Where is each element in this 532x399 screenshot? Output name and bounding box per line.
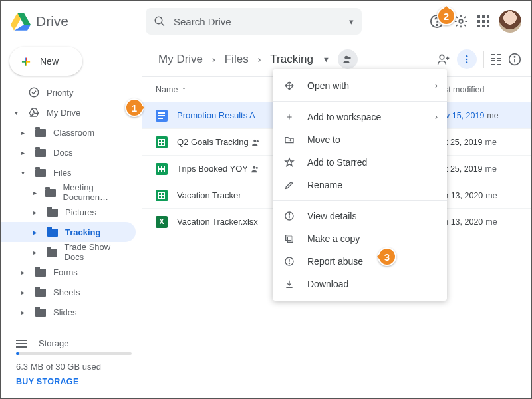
column-header-date[interactable]: Last modified	[435, 85, 520, 94]
menu-move-to[interactable]: Move to	[273, 128, 447, 151]
sidebar-item-label: My Drive	[47, 108, 80, 118]
chevron-right-icon: ›	[211, 54, 217, 65]
new-button[interactable]: ＋ New	[9, 47, 82, 76]
menu-make-copy[interactable]: Make a copy	[273, 227, 447, 250]
copy-icon	[283, 233, 295, 245]
product-name: Drive	[36, 13, 68, 29]
menu-view-details[interactable]: View details	[273, 205, 447, 227]
callout-3: 3	[378, 247, 396, 266]
svg-point-5	[29, 88, 39, 97]
chevron-right-icon[interactable]: ▸	[21, 289, 28, 296]
sidebar-item-sheets[interactable]: ▸Sheets	[1, 282, 136, 302]
svg-point-23	[289, 213, 289, 214]
folder-icon	[35, 168, 47, 177]
apps-grid-icon[interactable]	[477, 15, 489, 27]
menu-add-starred[interactable]: Add to Starred	[273, 151, 447, 174]
file-name: Promotion Results A	[177, 110, 255, 120]
shared-with-icon[interactable]	[338, 49, 358, 69]
sidebar-item-classroom[interactable]: ▸Classroom	[1, 122, 136, 142]
menu-download[interactable]: Download	[273, 273, 447, 295]
sidebar-item-my-drive[interactable]: ▾ My Drive	[1, 102, 136, 122]
drive-logo-icon	[11, 11, 31, 31]
file-owner: me	[487, 111, 498, 120]
sidebar-item-slides[interactable]: ▸Slides	[1, 302, 136, 322]
breadcrumb-files[interactable]: Files	[221, 50, 253, 68]
chevron-down-icon[interactable]: ▾	[15, 109, 21, 116]
chevron-right-icon[interactable]: ▸	[21, 269, 28, 276]
svg-point-28	[289, 263, 289, 263]
docs-file-icon	[156, 110, 168, 122]
context-menu: Open with› ＋Add to workspace› Move to Ad…	[273, 69, 447, 301]
file-owner: me	[485, 191, 497, 200]
sidebar-item-pictures[interactable]: ▸Pictures	[1, 202, 136, 222]
file-name: Q2 Goals Tracking	[177, 137, 249, 147]
sheets-file-icon	[156, 190, 168, 201]
folder-icon	[35, 287, 47, 297]
chevron-down-icon[interactable]: ▼	[323, 55, 330, 63]
storage-icon	[16, 340, 27, 348]
svg-point-18	[256, 140, 258, 142]
menu-add-workspace[interactable]: ＋Add to workspace›	[273, 106, 447, 128]
breadcrumb-my-drive[interactable]: My Drive	[154, 50, 207, 68]
sidebar-item-docs[interactable]: ▸Docs	[1, 142, 136, 162]
menu-open-with[interactable]: Open with›	[273, 74, 447, 97]
menu-report-abuse[interactable]: Report abuse	[273, 250, 447, 273]
sidebar: ＋ New Priority ▾ My Drive ▸Classroom ▸Do…	[1, 41, 142, 398]
sidebar-item-files[interactable]: ▾Files	[1, 162, 136, 182]
chevron-right-icon[interactable]: ▸	[21, 309, 28, 316]
sidebar-item-forms[interactable]: ▸Forms	[1, 262, 136, 282]
sort-asc-icon: ↑	[182, 85, 186, 94]
share-button[interactable]	[437, 53, 450, 66]
chevron-right-icon[interactable]: ▸	[21, 149, 28, 156]
sidebar-item-label: Pictures	[65, 207, 96, 217]
menu-rename[interactable]: Rename	[273, 174, 447, 196]
svg-point-12	[466, 58, 468, 60]
sidebar-item-trade-show-docs[interactable]: ▸Trade Show Docs	[1, 242, 136, 262]
svg-point-4	[459, 19, 463, 23]
svg-point-11	[466, 55, 468, 57]
sidebar-item-tracking[interactable]: ▸Tracking	[1, 222, 136, 242]
shared-icon	[251, 138, 261, 147]
buy-storage-link[interactable]: BUY STORAGE	[16, 377, 132, 386]
chevron-right-icon[interactable]: ▸	[33, 189, 39, 196]
excel-file-icon: X	[156, 216, 168, 228]
sidebar-item-label: Files	[53, 168, 71, 178]
plus-icon: ＋	[19, 51, 33, 71]
chevron-right-icon[interactable]: ▸	[33, 229, 40, 236]
sidebar-item-label: Meeting Documen…	[63, 182, 129, 202]
sidebar-item-label: Classroom	[53, 128, 94, 138]
info-button[interactable]	[508, 53, 521, 66]
svg-point-17	[253, 139, 256, 142]
search-dropdown-icon[interactable]: ▾	[349, 17, 354, 27]
svg-point-6	[344, 55, 348, 59]
chevron-right-icon[interactable]: ▸	[21, 129, 28, 136]
folder-icon	[35, 267, 47, 277]
svg-point-13	[466, 61, 468, 63]
priority-icon	[28, 86, 40, 98]
report-icon	[283, 255, 295, 267]
shared-icon	[251, 164, 260, 174]
logo-block[interactable]: Drive	[11, 11, 140, 31]
chevron-right-icon[interactable]: ▸	[33, 249, 39, 256]
folder-icon	[35, 307, 47, 317]
chevron-right-icon[interactable]: ▸	[33, 209, 40, 216]
search-input[interactable]: Search Drive ▾	[146, 8, 362, 35]
sidebar-item-label: Forms	[53, 267, 78, 277]
sheets-file-icon	[156, 136, 168, 148]
drive-icon	[28, 107, 40, 118]
chevron-down-icon[interactable]: ▾	[21, 169, 28, 176]
storage-used-text: 6.3 MB of 30 GB used	[16, 362, 132, 372]
sidebar-item-meeting-documents[interactable]: ▸Meeting Documen…	[1, 182, 136, 202]
grid-view-button[interactable]	[491, 54, 501, 65]
breadcrumb-current[interactable]: Tracking	[266, 50, 317, 68]
folder-icon	[45, 188, 56, 197]
svg-point-19	[253, 166, 255, 168]
new-button-label: New	[40, 56, 59, 66]
account-avatar[interactable]	[499, 10, 521, 33]
more-actions-button[interactable]	[457, 49, 477, 69]
svg-rect-24	[287, 237, 293, 242]
settings-gear-icon[interactable]	[454, 14, 468, 29]
sidebar-item-priority[interactable]: Priority	[1, 82, 136, 102]
svg-point-8	[440, 55, 444, 59]
folder-icon	[47, 207, 59, 217]
